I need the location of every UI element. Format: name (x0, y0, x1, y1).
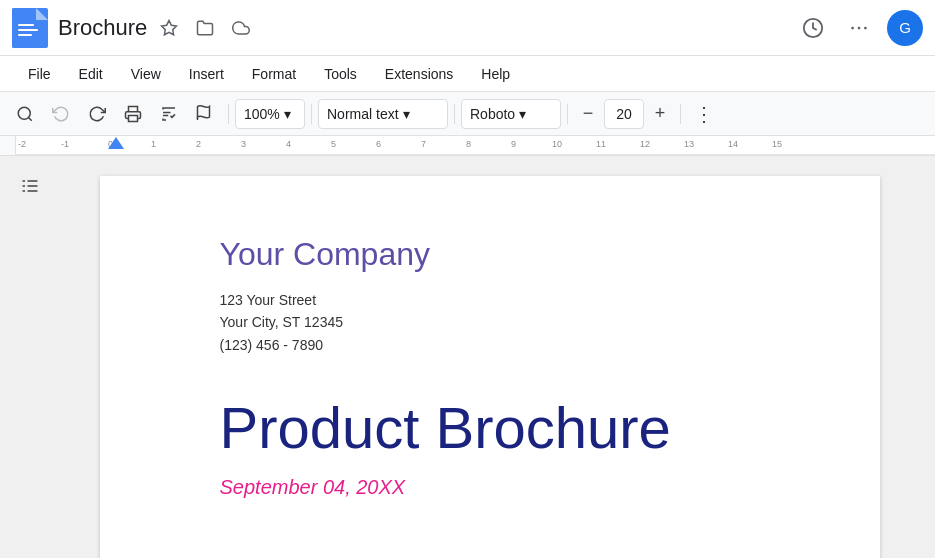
date-text: September 04, 20XX (220, 476, 800, 499)
divider-2 (311, 104, 312, 124)
svg-text:11: 11 (596, 139, 606, 149)
style-arrow: ▾ (403, 106, 410, 122)
svg-marker-6 (162, 20, 177, 34)
menu-format[interactable]: Format (240, 62, 308, 86)
svg-text:12: 12 (640, 139, 650, 149)
cloud-button[interactable] (227, 14, 255, 42)
divider-1 (228, 104, 229, 124)
style-label: Normal text (327, 106, 399, 122)
svg-text:1: 1 (151, 139, 156, 149)
ruler-area: -2 -1 0 1 2 3 4 5 6 7 8 9 10 11 12 13 14… (0, 136, 935, 156)
increase-font-button[interactable]: + (646, 100, 674, 128)
font-label: Roboto (470, 106, 515, 122)
menu-help[interactable]: Help (469, 62, 522, 86)
doc-icon (12, 8, 48, 48)
main-area: Your Company 123 Your Street Your City, … (0, 156, 935, 558)
svg-rect-1 (12, 8, 36, 48)
svg-text:9: 9 (511, 139, 516, 149)
svg-text:13: 13 (684, 139, 694, 149)
ruler: -2 -1 0 1 2 3 4 5 6 7 8 9 10 11 12 13 14… (16, 136, 935, 155)
zoom-value: 100% (244, 106, 280, 122)
ruler-left-margin (0, 136, 16, 155)
address-line2: Your City, ST 12345 (220, 311, 800, 333)
ruler-svg: -2 -1 0 1 2 3 4 5 6 7 8 9 10 11 12 13 14… (16, 136, 935, 155)
svg-text:-2: -2 (18, 139, 26, 149)
svg-text:3: 3 (241, 139, 246, 149)
font-size-input[interactable] (604, 99, 644, 129)
menu-file[interactable]: File (16, 62, 63, 86)
undo-button[interactable] (44, 97, 78, 131)
svg-point-8 (851, 26, 854, 29)
document-title: Brochure (58, 15, 147, 41)
svg-text:2: 2 (196, 139, 201, 149)
top-right-icons (793, 8, 879, 48)
menu-tools[interactable]: Tools (312, 62, 369, 86)
svg-line-12 (28, 117, 31, 120)
star-button[interactable] (155, 14, 183, 42)
decrease-font-button[interactable]: − (574, 100, 602, 128)
menu-extensions[interactable]: Extensions (373, 62, 465, 86)
product-title: Product Brochure (220, 396, 800, 460)
address-line3: (123) 456 - 7890 (220, 334, 800, 356)
profile-avatar[interactable]: G (887, 10, 923, 46)
history-icon-btn[interactable] (793, 8, 833, 48)
svg-rect-5 (18, 34, 32, 36)
company-name: Your Company (220, 236, 800, 273)
svg-text:6: 6 (376, 139, 381, 149)
right-scrollbar-area (919, 156, 935, 558)
divider-3 (454, 104, 455, 124)
svg-rect-3 (18, 24, 34, 26)
svg-text:15: 15 (772, 139, 782, 149)
print-button[interactable] (116, 97, 150, 131)
font-size-box: − + (574, 99, 674, 129)
outline-icon[interactable] (12, 168, 48, 204)
search-button[interactable] (8, 97, 42, 131)
zoom-arrow: ▾ (284, 106, 291, 122)
address-block: 123 Your Street Your City, ST 12345 (123… (220, 289, 800, 356)
font-arrow: ▾ (519, 106, 526, 122)
svg-text:4: 4 (286, 139, 291, 149)
menu-bar: File Edit View Insert Format Tools Exten… (0, 56, 935, 92)
svg-point-11 (18, 107, 30, 119)
address-line1: 123 Your Street (220, 289, 800, 311)
spellcheck-button[interactable] (152, 97, 186, 131)
svg-point-9 (858, 26, 861, 29)
svg-text:7: 7 (421, 139, 426, 149)
svg-point-10 (864, 26, 867, 29)
page: Your Company 123 Your Street Your City, … (100, 176, 880, 558)
style-selector[interactable]: Normal text ▾ (318, 99, 448, 129)
svg-text:8: 8 (466, 139, 471, 149)
paint-format-button[interactable] (188, 97, 222, 131)
title-bar: Brochure G (0, 0, 935, 56)
toolbar: 100% ▾ Normal text ▾ Roboto ▾ − + ⋮ (0, 92, 935, 136)
folder-button[interactable] (191, 14, 219, 42)
redo-button[interactable] (80, 97, 114, 131)
svg-rect-4 (18, 29, 38, 31)
svg-text:-1: -1 (61, 139, 69, 149)
zoom-selector[interactable]: 100% ▾ (235, 99, 305, 129)
font-selector[interactable]: Roboto ▾ (461, 99, 561, 129)
title-actions (155, 14, 255, 42)
svg-text:10: 10 (552, 139, 562, 149)
more-top-btn[interactable] (839, 8, 879, 48)
svg-text:5: 5 (331, 139, 336, 149)
svg-text:14: 14 (728, 139, 738, 149)
document-area[interactable]: Your Company 123 Your Street Your City, … (60, 156, 919, 558)
menu-insert[interactable]: Insert (177, 62, 236, 86)
more-toolbar-button[interactable]: ⋮ (687, 97, 721, 131)
menu-edit[interactable]: Edit (67, 62, 115, 86)
divider-4 (567, 104, 568, 124)
divider-5 (680, 104, 681, 124)
menu-view[interactable]: View (119, 62, 173, 86)
left-sidebar (0, 156, 60, 558)
svg-rect-13 (129, 115, 138, 121)
